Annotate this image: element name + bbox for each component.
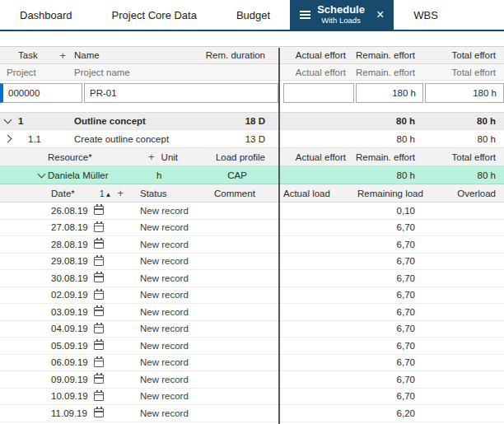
date-cell[interactable]: 29.08.19 [43, 256, 94, 266]
tab-project-core-data[interactable]: Project Core Data [92, 0, 217, 30]
date-cell[interactable]: 04.09.19 [43, 324, 94, 333]
status-cell: New record [115, 408, 214, 418]
col-rem-duration: Rem. duration [201, 50, 278, 60]
col-project: Project [0, 68, 71, 77]
status-cell: New record [115, 206, 214, 216]
calendar-icon[interactable] [94, 307, 104, 316]
remaining-load-cell[interactable]: 6,70 [352, 307, 422, 317]
resource-row[interactable]: Daniela Müller h CAP 80 h 80 h [0, 166, 504, 184]
col-remain-effort: Remain. effort [352, 152, 422, 162]
status-cell: New record [115, 357, 214, 367]
tab-schedule[interactable]: Schedule With Loads × [290, 0, 394, 30]
tab-label: Project Core Data [112, 9, 197, 21]
col-remain-effort: Remain. effort [352, 50, 422, 60]
status-cell: New record [115, 391, 214, 401]
date-cell[interactable]: 26.08.19 [43, 206, 94, 216]
calendar-icon[interactable] [94, 257, 104, 266]
calendar-icon[interactable] [94, 273, 104, 282]
calendar-icon[interactable] [94, 392, 104, 401]
date-cell[interactable]: 27.08.19 [43, 222, 94, 232]
status-cell: New record [115, 341, 214, 351]
remaining-load-cell[interactable]: 6,70 [352, 240, 422, 249]
col-actual-effort: Actual effort [278, 68, 352, 77]
col-total-effort: Total effort [422, 68, 502, 77]
calendar-icon[interactable] [94, 408, 104, 417]
load-row: 29.08.19 New record 6,70 [0, 254, 504, 271]
add-resource-button[interactable]: + [147, 151, 156, 163]
col-date: Date* [51, 189, 75, 198]
project-actual-effort-cell[interactable] [283, 83, 354, 103]
remaining-load-cell[interactable]: 6,70 [352, 256, 422, 266]
project-row: 000000 PR-01 180 h 180 h [0, 82, 504, 104]
remaining-load-cell[interactable]: 6,20 [352, 408, 422, 418]
load-row: 02.09.19 New record 6,70 [0, 287, 504, 305]
sort-indicator[interactable]: 1▲ [100, 189, 111, 198]
remaining-load-cell[interactable]: 6,70 [352, 375, 422, 384]
date-cell[interactable]: 06.09.19 [43, 357, 94, 367]
col-actual-effort: Actual effort [278, 50, 352, 60]
task-row-1[interactable]: 1 Outline concept 18 D 80 h 80 h [0, 112, 504, 130]
task-column-header: Task + [15, 49, 71, 62]
date-cell[interactable]: 28.08.19 [43, 240, 94, 249]
remaining-load-cell[interactable]: 6,70 [352, 273, 422, 283]
date-cell[interactable]: 09.09.19 [43, 375, 94, 384]
date-cell[interactable]: 11.09.19 [43, 408, 94, 418]
remaining-load-cell[interactable]: 6,70 [352, 290, 422, 300]
close-tab-icon[interactable]: × [376, 8, 384, 21]
calendar-icon[interactable] [94, 223, 104, 232]
project-name-input[interactable]: PR-01 [84, 83, 278, 103]
calendar-icon[interactable] [94, 341, 104, 350]
remaining-load-cell[interactable]: 6,70 [352, 222, 422, 232]
load-row: 26.08.19 New record 0,10 [0, 203, 504, 220]
load-rows: 26.08.19 New record 0,10 27.08.19 New re… [0, 203, 504, 422]
load-row: 30.08.19 New record 6,70 [0, 270, 504, 287]
add-task-button[interactable]: + [58, 49, 68, 62]
tab-bar: Dashboard Project Core Data Budget Sched… [0, 0, 504, 31]
project-id-cell[interactable]: 000000 [0, 83, 82, 103]
remaining-load-cell[interactable]: 6,70 [352, 324, 422, 333]
calendar-icon[interactable] [94, 291, 104, 300]
spacer [0, 31, 504, 46]
tab-wbs[interactable]: WBS [394, 0, 458, 30]
load-row: 28.08.19 New record 6,70 [0, 236, 504, 254]
tab-budget[interactable]: Budget [217, 0, 290, 30]
status-cell: New record [115, 222, 214, 232]
calendar-icon[interactable] [94, 375, 104, 384]
chevron-down-icon[interactable] [3, 116, 12, 124]
calendar-icon[interactable] [94, 358, 104, 367]
col-load-profile: Load profile [196, 152, 278, 162]
resource-load-profile: CAP [196, 170, 278, 180]
add-date-button[interactable]: + [115, 187, 125, 199]
load-table-header: Date* 1▲ + Status Comment Actual load Re… [0, 184, 504, 203]
load-row: 27.08.19 New record 6,70 [0, 220, 504, 237]
date-cell[interactable]: 10.09.19 [43, 391, 94, 401]
col-task: Task [18, 50, 38, 60]
tab-label: Dashboard [20, 9, 72, 21]
tab-dashboard[interactable]: Dashboard [0, 0, 92, 30]
date-cell[interactable]: 30.08.19 [43, 273, 94, 283]
calendar-icon[interactable] [94, 206, 104, 215]
status-cell: New record [115, 324, 214, 333]
date-cell[interactable]: 05.09.19 [43, 341, 94, 351]
date-cell[interactable]: 02.09.19 [43, 290, 94, 300]
schedule-page: Dashboard Project Core Data Budget Sched… [0, 0, 504, 424]
col-overload: Overload [422, 189, 502, 198]
remaining-load-cell[interactable]: 6,70 [352, 357, 422, 367]
remaining-load-cell[interactable]: 6,70 [352, 341, 422, 351]
col-name: Name [71, 50, 201, 60]
chevron-right-icon[interactable] [3, 135, 12, 143]
task-row-1-1[interactable]: 1.1 Create outline concept 13 D 80 h 80 … [0, 130, 504, 148]
task-id: 1.1 [18, 134, 41, 144]
tab-schedule-text: Schedule With Loads [317, 4, 365, 26]
calendar-icon[interactable] [94, 324, 104, 333]
task-total-effort: 80 h [422, 116, 502, 126]
task-name: Outline concept [71, 116, 201, 126]
date-cell[interactable]: 03.09.19 [43, 307, 94, 317]
calendar-icon[interactable] [94, 240, 104, 249]
col-unit: Unit [161, 152, 178, 162]
col-total-effort: Total effort [422, 152, 502, 162]
remaining-load-cell[interactable]: 0,10 [352, 206, 422, 216]
tab-sublabel: With Loads [321, 16, 361, 26]
remaining-load-cell[interactable]: 6,70 [352, 391, 422, 401]
chevron-down-icon[interactable] [37, 170, 45, 178]
